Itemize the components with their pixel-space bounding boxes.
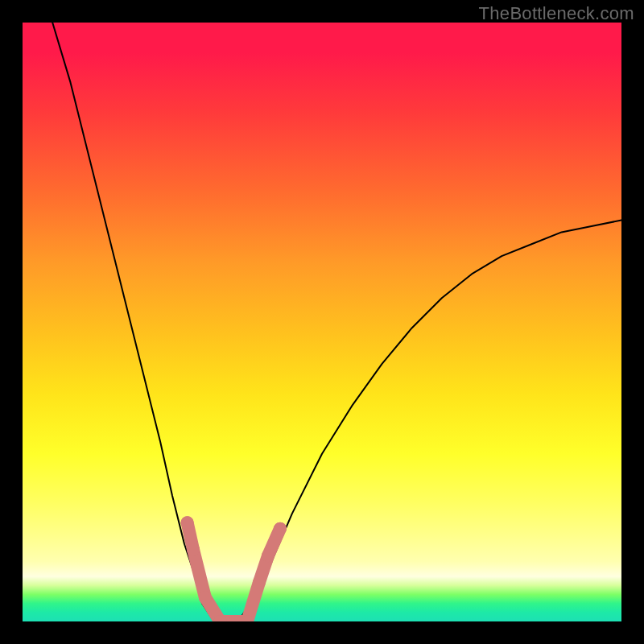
- curve-marker-band: [188, 522, 280, 621]
- curve-marker: [253, 576, 266, 589]
- plot-area: [23, 23, 621, 621]
- curve-marker: [187, 543, 200, 556]
- curve-marker: [199, 591, 212, 604]
- bottleneck-curve: [52, 23, 621, 621]
- chart-frame: TheBottleneck.com: [0, 0, 644, 644]
- curve-marker: [181, 516, 194, 529]
- bottleneck-curve-path: [52, 23, 621, 621]
- curve-markers: [181, 516, 287, 621]
- watermark-text: TheBottleneck.com: [479, 3, 634, 24]
- curve-marker: [262, 549, 275, 562]
- curve-layer: [23, 23, 621, 621]
- curve-marker: [274, 522, 287, 535]
